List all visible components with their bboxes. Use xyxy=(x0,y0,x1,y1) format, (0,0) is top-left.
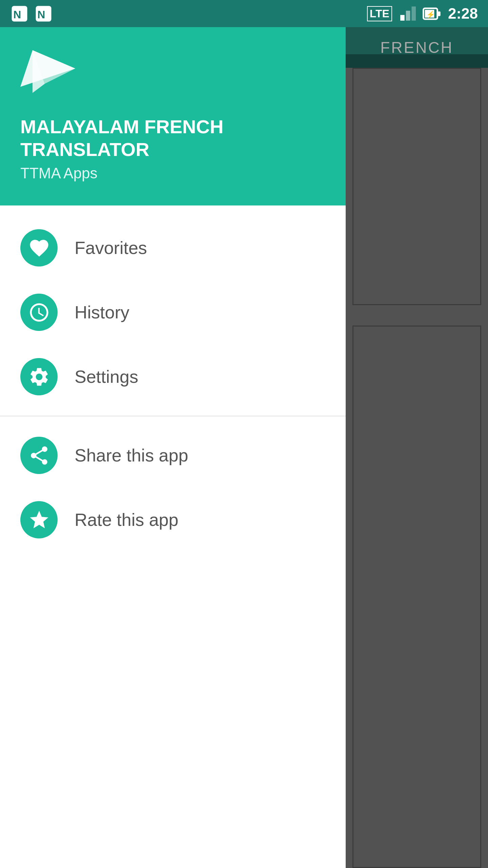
favorites-icon-circle xyxy=(20,229,58,267)
drawer-header: MALAYALAM FRENCHTRANSLATOR TTMA Apps xyxy=(0,27,346,205)
settings-label: Settings xyxy=(75,367,138,387)
gear-icon xyxy=(28,366,50,388)
share-icon-circle xyxy=(20,437,58,474)
drawer-item-favorites[interactable]: Favorites xyxy=(0,216,346,280)
notification-icon-2: N xyxy=(34,4,53,23)
svg-rect-9 xyxy=(437,11,440,16)
share-label: Share this app xyxy=(75,445,188,466)
status-time: 2:28 xyxy=(448,5,478,22)
svg-text:⚡: ⚡ xyxy=(426,10,435,19)
history-label: History xyxy=(75,302,129,322)
app-developer: TTMA Apps xyxy=(20,165,325,182)
notification-icon-1: N xyxy=(10,4,29,23)
clock-icon xyxy=(28,301,50,323)
share-icon xyxy=(28,445,50,467)
rate-icon-circle xyxy=(20,501,58,538)
app-logo xyxy=(20,47,81,102)
lte-label: LTE xyxy=(367,6,392,21)
status-bar: N N LTE ⚡ 2:28 xyxy=(0,0,488,27)
drawer-item-history[interactable]: History xyxy=(0,280,346,344)
signal-icon xyxy=(399,5,416,22)
drawer-items: Favorites History Settings xyxy=(0,205,346,868)
settings-icon-circle xyxy=(20,358,58,395)
history-icon-circle xyxy=(20,294,58,331)
drawer-item-rate[interactable]: Rate this app xyxy=(0,488,346,552)
drawer-overlay[interactable] xyxy=(346,54,488,868)
main-container: MALAYALAM FRENCHTRANSLATOR TTMA Apps Fav… xyxy=(0,27,488,868)
svg-marker-5 xyxy=(406,11,410,21)
drawer-divider xyxy=(0,416,346,416)
svg-marker-6 xyxy=(411,6,416,21)
status-bar-right: LTE ⚡ 2:28 xyxy=(367,4,478,23)
svg-marker-4 xyxy=(400,15,405,21)
heart-icon xyxy=(28,237,50,259)
drawer-item-settings[interactable]: Settings xyxy=(0,344,346,409)
svg-text:N: N xyxy=(13,8,21,21)
drawer-item-share[interactable]: Share this app xyxy=(0,423,346,488)
app-name: MALAYALAM FRENCHTRANSLATOR xyxy=(20,115,325,161)
svg-text:N: N xyxy=(37,8,45,21)
battery-icon: ⚡ xyxy=(423,4,441,23)
french-tab: FRENCH xyxy=(380,38,453,57)
star-icon xyxy=(28,509,50,531)
rate-label: Rate this app xyxy=(75,510,178,530)
drawer: MALAYALAM FRENCHTRANSLATOR TTMA Apps Fav… xyxy=(0,27,346,868)
status-bar-left: N N xyxy=(10,4,53,23)
favorites-label: Favorites xyxy=(75,238,147,258)
